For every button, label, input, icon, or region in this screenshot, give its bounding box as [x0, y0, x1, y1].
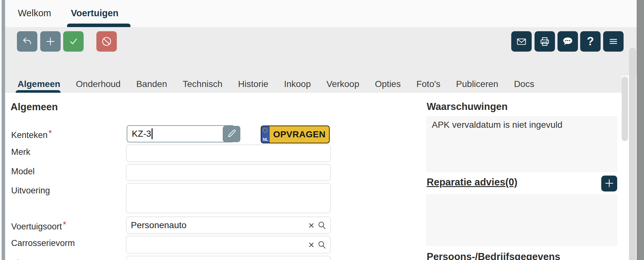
voertuigsoort-label: Voertuigsoort* [11, 220, 66, 232]
app-window: Welkom Voertuigen ? Algemeen Onderhoud B… [5, 0, 637, 260]
pencil-icon [226, 128, 237, 140]
chat-button[interactable] [558, 31, 578, 52]
print-button[interactable] [535, 31, 555, 52]
add-button[interactable] [40, 31, 61, 52]
eu-stars-icon [263, 128, 267, 133]
tab-historie[interactable]: Historie [238, 79, 268, 89]
voertuigsoort-lookup: × [126, 217, 331, 234]
tab-verkoop[interactable]: Verkoop [326, 79, 359, 89]
model-input[interactable] [126, 164, 331, 181]
search-icon[interactable] [317, 240, 330, 249]
add-repair-advice-button[interactable] [601, 176, 617, 191]
uitvoering-textarea[interactable] [126, 183, 331, 213]
uitvoering-label: Uitvoering [11, 186, 50, 196]
clear-icon[interactable]: × [306, 240, 317, 250]
printer-icon [539, 35, 551, 47]
nl-country-code: NL [261, 137, 270, 142]
required-marker: * [49, 128, 52, 138]
window-edge-left [2, 0, 5, 260]
tab-technisch[interactable]: Technisch [183, 79, 222, 89]
carrosserievorm-input[interactable] [126, 240, 306, 250]
merk-input[interactable] [126, 145, 331, 162]
undo-icon [21, 36, 33, 47]
tab-docs[interactable]: Docs [514, 79, 534, 89]
tab-publiceren[interactable]: Publiceren [456, 79, 498, 89]
tab-welkom[interactable]: Welkom [18, 8, 51, 18]
repair-advice-panel [426, 194, 617, 246]
window-tab-strip: Welkom Voertuigen [5, 0, 637, 27]
tab-banden[interactable]: Banden [136, 79, 167, 89]
kleur-label: Kleur [11, 258, 31, 260]
warnings-heading: Waarschuwingen [427, 101, 508, 112]
tab-voertuigen[interactable]: Voertuigen [71, 8, 118, 18]
person-company-heading: Persoons-/Bedrijfsgegevens [427, 251, 560, 260]
email-button[interactable] [511, 31, 532, 52]
required-marker: * [63, 220, 66, 229]
page-scrollbar-thumb[interactable] [629, 48, 636, 260]
envelope-icon [515, 35, 528, 47]
warnings-panel: APK vervaldatum is niet ingevuld [426, 116, 617, 172]
kenteken-edit-button[interactable] [223, 126, 240, 142]
hamburger-icon [607, 35, 619, 47]
search-icon[interactable] [317, 221, 330, 230]
clear-icon[interactable]: × [306, 220, 317, 230]
plus-icon [45, 36, 56, 47]
tab-algemeen[interactable]: Algemeen [18, 79, 60, 89]
opvragen-button[interactable]: NL OPVRAGEN [261, 126, 330, 143]
tab-onderhoud[interactable]: Onderhoud [76, 79, 121, 89]
kenteken-label: Kenteken* [11, 128, 52, 140]
tab-fotos[interactable]: Foto's [416, 79, 440, 89]
warning-item: APK vervaldatum is niet ingevuld [432, 120, 612, 130]
form-heading: Algemeen [11, 101, 58, 113]
block-icon [101, 35, 113, 47]
nav-tabs: Algemeen Onderhoud Banden Technisch Hist… [5, 76, 534, 93]
voertuigsoort-input[interactable] [126, 220, 306, 230]
undo-button[interactable] [17, 31, 37, 52]
carrosserievorm-lookup: × [126, 236, 331, 253]
merk-label: Merk [11, 147, 30, 157]
panel-scrollbar-thumb[interactable] [622, 76, 628, 141]
repair-advice-heading: Reparatie advies(0) [427, 177, 517, 188]
check-icon [68, 36, 79, 47]
kleur-input[interactable] [126, 256, 331, 260]
carrosserievorm-label: Carrosserievorm [11, 238, 75, 248]
confirm-button[interactable] [63, 31, 84, 52]
model-label: Model [11, 167, 35, 177]
help-button[interactable]: ? [580, 31, 601, 52]
block-button[interactable] [96, 31, 117, 52]
nl-plate-band: NL [261, 126, 270, 143]
question-mark-icon: ? [587, 35, 594, 48]
tab-opties[interactable]: Opties [375, 79, 401, 89]
menu-button[interactable] [603, 31, 624, 52]
kenteken-input[interactable]: KZ-3 [127, 125, 235, 142]
chat-bubble-icon [561, 35, 574, 48]
tab-inkoop[interactable]: Inkoop [284, 79, 311, 89]
plus-icon [603, 177, 615, 190]
text-caret [152, 128, 153, 139]
window-edge-right [637, 0, 644, 260]
opvragen-label: OPVRAGEN [270, 126, 329, 143]
